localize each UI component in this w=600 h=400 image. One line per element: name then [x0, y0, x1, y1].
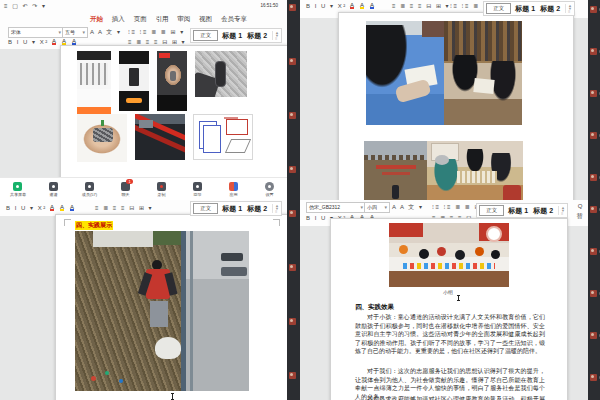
text-cursor: [172, 393, 173, 400]
replay-icon: [193, 182, 202, 191]
tr-document-area[interactable]: [300, 18, 588, 200]
char-shading-icon[interactable]: A: [370, 2, 374, 8]
avatar: [289, 318, 296, 325]
bold-italic-underline-icons[interactable]: B I U ▾ X²: [306, 2, 347, 10]
font-color-icon[interactable]: A: [350, 2, 354, 8]
font-scale-icons[interactable]: A A 文 ▾: [392, 203, 424, 211]
style-gallery: 正文 标题 1 标题 2 ▲▼≡: [190, 28, 282, 43]
char-shading-icon[interactable]: A: [70, 204, 74, 210]
style-body[interactable]: 正文: [193, 203, 218, 214]
find-icon[interactable]: Q: [578, 202, 584, 210]
avatar: [289, 166, 296, 173]
font-name-select[interactable]: 宋体▾: [8, 27, 64, 38]
font-name-select[interactable]: 仿宋_GB2312▾: [306, 202, 366, 213]
replace-icon[interactable]: 替: [577, 212, 585, 220]
bl-document-area[interactable]: 四、实践展示: [0, 216, 287, 400]
br-page[interactable]: 小组 四、实践效果 对于小孩：童心通道的活动设计充满了人文关怀和教育价值，它们鼓…: [330, 218, 568, 400]
highlight-color-icon[interactable]: A: [62, 38, 66, 44]
font-color-icon[interactable]: A: [50, 204, 54, 210]
style-gallery-scroll[interactable]: ▲▼≡: [558, 206, 565, 215]
style-heading2[interactable]: 标题 2: [533, 206, 553, 216]
align-icons[interactable]: ≡ ≣ ≡ ≡ ⊟ ⊞ ▾: [392, 2, 450, 10]
chat-button[interactable]: 1 聊天: [113, 182, 139, 197]
photo-chain-pile[interactable]: [195, 51, 247, 97]
tl-document-area[interactable]: [0, 49, 287, 178]
chat-badge: 1: [126, 179, 133, 184]
bold-italic-underline-icons[interactable]: B I U ▾ X²: [8, 38, 49, 46]
avatar: [590, 6, 597, 13]
br-heading: 四、实践效果: [355, 303, 394, 312]
photo-app-screenshot-dark[interactable]: [119, 51, 149, 111]
style-heading1[interactable]: 标题 1: [515, 4, 535, 14]
record-button[interactable]: 录制: [149, 182, 175, 197]
bold-italic-underline-icons[interactable]: B I U ▾ X²: [6, 204, 47, 212]
tl-chat-strip[interactable]: [287, 0, 300, 200]
style-body[interactable]: 正文: [193, 30, 218, 41]
apps-icon: [229, 182, 238, 191]
avatar: [590, 48, 597, 55]
tab-view[interactable]: 视图: [199, 15, 212, 22]
replay-button[interactable]: 回放: [185, 182, 211, 197]
style-heading2[interactable]: 标题 2: [247, 31, 267, 41]
style-heading2[interactable]: 标题 2: [247, 204, 267, 214]
style-heading1[interactable]: 标题 1: [508, 206, 528, 216]
apps-button[interactable]: 应用: [221, 182, 247, 197]
invite-icon: [49, 182, 58, 191]
meeting-toolbar: 共享屏幕 邀请 成员(57) 1 聊天 录制 回放: [0, 177, 287, 200]
bl-chat-strip[interactable]: [287, 200, 300, 400]
quadrant-top-right: B I U ▾ X² A A A ≡ ≣ ≡ ≡ ⊟ ⊞ ▾ ⁝≡ ⁝≡ ≣ ≣…: [300, 0, 600, 200]
list-indent-icons[interactable]: ⁝≡ ⁝≡ ≣ ≣ ⊞ ▾: [128, 28, 185, 36]
style-heading1[interactable]: 标题 1: [222, 31, 242, 41]
font-color-icon[interactable]: A: [52, 38, 56, 44]
tab-review[interactable]: 审阅: [177, 15, 190, 22]
tr-page[interactable]: [338, 12, 574, 200]
font-scale-icons[interactable]: A A 文 ▾: [90, 28, 122, 36]
photo-hand-with-part-video[interactable]: [157, 51, 187, 111]
margin-mark: [64, 219, 71, 226]
members-button[interactable]: 成员(57): [77, 182, 103, 197]
style-heading1[interactable]: 标题 1: [222, 204, 242, 214]
photo-cad-drawing[interactable]: [193, 114, 253, 160]
br-document-area[interactable]: 小组 四、实践效果 对于小孩：童心通道的活动设计充满了人文关怀和教育价值，它们鼓…: [300, 226, 588, 400]
avatar: [590, 290, 597, 297]
style-gallery-scroll[interactable]: ▲▼≡: [272, 31, 279, 40]
style-body[interactable]: 正文: [486, 3, 511, 14]
br-paragraph-3: 我们恳求政府能够加强对社区心理健康教育的普及活动，积极开展内容丰富的青少年志愿服…: [355, 395, 545, 400]
style-body[interactable]: 正文: [479, 205, 504, 216]
tab-insert[interactable]: 插入: [112, 15, 125, 22]
style-gallery: 正文 标题 1 标题 2 ▲▼≡: [476, 203, 568, 218]
tr-chat-strip[interactable]: [588, 0, 600, 200]
photo-classroom-craft-activity[interactable]: [389, 223, 509, 287]
quick-access-icons[interactable]: ≡ ▢ ↶ ↷ ▾: [4, 2, 46, 10]
char-shading-icon[interactable]: A: [72, 38, 76, 44]
tab-home[interactable]: 开始: [90, 15, 103, 22]
photo-city-wall[interactable]: [364, 141, 427, 200]
avatar: [590, 174, 597, 181]
photo-hand-holding-chains[interactable]: [77, 114, 127, 162]
tab-member[interactable]: 会员专享: [221, 15, 247, 22]
photo-trash-pickup-volunteer[interactable]: [75, 231, 249, 391]
font-size-select[interactable]: 五号▾: [62, 27, 88, 38]
avatar: [289, 4, 296, 11]
font-size-select[interactable]: 小四▾: [364, 202, 390, 213]
bl-page[interactable]: 四、实践展示: [55, 214, 289, 400]
highlight-color-icon[interactable]: A: [60, 204, 64, 210]
align-icons[interactable]: ≡ ≣ ≡ ≡ ⊟ ⊞ ▾: [95, 204, 153, 212]
tab-reference[interactable]: 引用: [155, 15, 168, 22]
style-gallery-scroll[interactable]: ▲▼≡: [565, 4, 572, 13]
br-chat-strip[interactable]: [588, 200, 600, 400]
photo-red-rail-machine[interactable]: [135, 114, 185, 160]
tab-page[interactable]: 页面: [134, 15, 147, 22]
avatar: [590, 374, 597, 381]
photo-student-writing-blue-desk[interactable]: [366, 21, 444, 125]
invite-button[interactable]: 邀请: [41, 182, 67, 197]
quadrant-top-left: ≡ ▢ ↶ ↷ ▾ 16:51:50 开始 插入 页面 引用 审阅 视图 会员专…: [0, 0, 300, 200]
style-gallery-scroll[interactable]: ▲▼≡: [272, 204, 279, 213]
photo-students-reading-bookshelf[interactable]: [444, 21, 522, 125]
highlight-color-icon[interactable]: A: [360, 2, 364, 8]
style-heading2[interactable]: 标题 2: [540, 4, 560, 14]
photo-elder-kids-game-table[interactable]: [427, 141, 523, 200]
share-screen-button[interactable]: 共享屏幕: [5, 182, 31, 197]
settings-button[interactable]: 设置: [257, 182, 283, 197]
share-screen-icon: [13, 182, 22, 191]
